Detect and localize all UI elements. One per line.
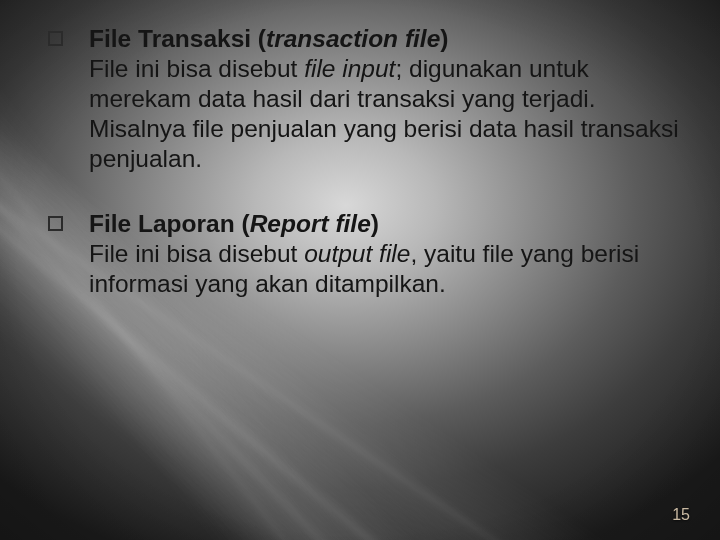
- body-italic: file input: [304, 55, 395, 82]
- slide-content: File Transaksi (transaction file) File i…: [48, 24, 680, 335]
- bullet-icon: [48, 31, 63, 46]
- list-item-text: File Laporan (Report file) File ini bisa…: [89, 209, 680, 299]
- list-item: File Laporan (Report file) File ini bisa…: [48, 209, 680, 299]
- list-item: File Transaksi (transaction file) File i…: [48, 24, 680, 173]
- body-italic: output file: [304, 240, 410, 267]
- item-title: File Laporan (Report file): [89, 210, 379, 237]
- title-close: ): [371, 210, 379, 237]
- title-text: File Transaksi (: [89, 25, 266, 52]
- page-number: 15: [672, 506, 690, 524]
- title-text: File Laporan (: [89, 210, 250, 237]
- body-pre: File ini bisa disebut: [89, 240, 304, 267]
- list-item-text: File Transaksi (transaction file) File i…: [89, 24, 680, 173]
- title-italic: Report file: [250, 210, 371, 237]
- title-close: ): [440, 25, 448, 52]
- bullet-icon: [48, 216, 63, 231]
- body-pre: File ini bisa disebut: [89, 55, 304, 82]
- title-italic: transaction file: [266, 25, 440, 52]
- item-title: File Transaksi (transaction file): [89, 25, 448, 52]
